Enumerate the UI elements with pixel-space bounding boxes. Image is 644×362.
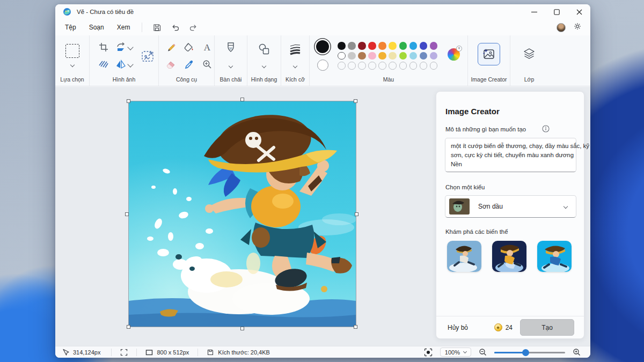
size-chevron-icon[interactable] (293, 64, 297, 68)
empty-color-slot[interactable] (399, 62, 407, 70)
text-tool-icon[interactable]: A (202, 42, 213, 53)
color-swatch[interactable] (348, 52, 356, 60)
color-swatch[interactable] (430, 42, 438, 50)
undo-icon[interactable] (168, 21, 182, 33)
zoom-level-value: 100% (445, 349, 460, 356)
empty-color-slot[interactable] (378, 62, 386, 70)
handle-mid-right[interactable] (355, 212, 358, 216)
foreground-color-swatch[interactable] (316, 40, 329, 53)
resize-image-icon[interactable] (141, 49, 155, 63)
eyedropper-icon[interactable] (184, 59, 194, 70)
color-swatch[interactable] (389, 52, 397, 60)
color-swatch[interactable] (409, 42, 418, 50)
rotate-icon[interactable] (115, 42, 126, 53)
zoom-slider[interactable] (494, 349, 565, 356)
redo-icon[interactable] (186, 21, 200, 33)
empty-color-slot[interactable] (430, 62, 438, 70)
empty-color-slot[interactable] (358, 62, 366, 70)
brush-icon[interactable] (225, 42, 237, 56)
selection-chevron-icon[interactable] (70, 63, 74, 67)
rotate-chevron-icon[interactable] (127, 44, 133, 50)
menu-view[interactable]: Xem (117, 21, 130, 33)
empty-color-slot[interactable] (368, 62, 376, 70)
color-swatch[interactable] (420, 42, 428, 50)
color-swatch[interactable] (378, 52, 386, 60)
variant-thumbnail-3[interactable] (537, 241, 572, 272)
menu-file[interactable]: Tệp (65, 21, 76, 33)
crop-icon[interactable] (98, 42, 109, 53)
layers-icon[interactable] (522, 47, 536, 61)
group-image-creator-label: Image Creator (468, 76, 510, 83)
prompt-label: Mô tả những gì bạn muốn tạo (445, 126, 526, 132)
variant-thumbnail-2[interactable] (492, 241, 526, 272)
handle-top-left[interactable] (127, 99, 130, 103)
minimize-button[interactable] (523, 4, 545, 19)
color-swatch[interactable] (430, 52, 438, 60)
save-icon[interactable] (150, 21, 164, 33)
handle-top-right[interactable] (354, 99, 357, 103)
fit-to-screen-icon[interactable] (424, 348, 433, 357)
color-swatch[interactable] (368, 52, 376, 60)
color-swatch[interactable] (389, 42, 397, 50)
image-creator-panel: Image Creator Mô tả những gì bạn muốn tạ… (436, 91, 584, 339)
variant-thumbnail-1[interactable] (447, 241, 481, 272)
close-button[interactable] (568, 4, 590, 19)
handle-bottom-right[interactable] (354, 325, 357, 329)
canvas-image[interactable] (129, 101, 356, 327)
color-swatch[interactable] (409, 52, 418, 60)
pencil-icon[interactable] (165, 42, 176, 53)
zoom-out-icon[interactable] (479, 348, 487, 356)
empty-color-slot[interactable] (338, 62, 346, 70)
color-swatch[interactable] (338, 52, 346, 60)
brushes-chevron-icon[interactable] (229, 64, 233, 68)
line-size-icon[interactable] (289, 43, 302, 56)
group-brushes: Bàn chải (215, 35, 247, 86)
empty-color-slot[interactable] (409, 62, 418, 70)
color-swatch[interactable] (348, 42, 356, 50)
empty-color-slot[interactable] (420, 62, 428, 70)
group-tools-label: Công cụ (159, 76, 214, 83)
add-color-plus-icon[interactable]: + (456, 46, 462, 51)
flip-icon[interactable] (115, 59, 126, 70)
color-swatch[interactable] (399, 42, 407, 50)
background-color-swatch[interactable] (317, 60, 328, 71)
style-dropdown[interactable]: Sơn dầu (445, 195, 576, 218)
selection-pattern-icon[interactable] (98, 59, 109, 70)
zoom-in-icon[interactable] (573, 348, 581, 356)
credits-coin-icon (494, 323, 502, 331)
prompt-line-3: Nền (451, 160, 576, 169)
empty-color-slot[interactable] (348, 62, 356, 70)
info-icon[interactable] (542, 125, 550, 132)
handle-bottom-center[interactable] (240, 327, 244, 330)
image-creator-button[interactable] (478, 43, 500, 65)
group-image-label: Hình ảnh (90, 76, 158, 83)
handle-bottom-left[interactable] (127, 325, 130, 329)
magnifier-icon[interactable] (202, 59, 213, 70)
eraser-icon[interactable] (165, 59, 176, 70)
selection-tool-icon[interactable] (65, 44, 79, 58)
account-avatar[interactable] (557, 23, 566, 32)
color-swatch[interactable] (368, 42, 376, 50)
cancel-button[interactable]: Hủy bỏ (448, 324, 468, 331)
paint-window: Vẽ - Chưa có tiêu đề Tệp Soạn Xem (55, 4, 590, 358)
color-swatch[interactable] (420, 52, 428, 60)
fill-bucket-icon[interactable] (184, 42, 194, 53)
color-swatch[interactable] (378, 42, 386, 50)
settings-gear-icon[interactable] (573, 22, 582, 33)
handle-mid-left[interactable] (125, 212, 129, 216)
empty-color-slot[interactable] (389, 62, 397, 70)
maximize-button[interactable] (545, 4, 568, 19)
prompt-input[interactable]: một ít cướp biển dễ thương, chạy, đầy mà… (445, 138, 576, 172)
shapes-chevron-icon[interactable] (262, 64, 266, 68)
color-swatch[interactable] (338, 42, 346, 50)
color-swatch[interactable] (358, 52, 366, 60)
create-button[interactable]: Tạo (520, 319, 574, 336)
handle-top-center[interactable] (240, 98, 244, 101)
color-swatch[interactable] (399, 52, 407, 60)
menu-edit[interactable]: Soạn (89, 21, 104, 33)
flip-chevron-icon[interactable] (127, 61, 133, 67)
zoom-slider-thumb[interactable] (522, 349, 529, 356)
zoom-level-dropdown[interactable]: 100% (440, 348, 471, 357)
color-swatch[interactable] (358, 42, 366, 50)
shapes-icon[interactable] (258, 43, 270, 56)
